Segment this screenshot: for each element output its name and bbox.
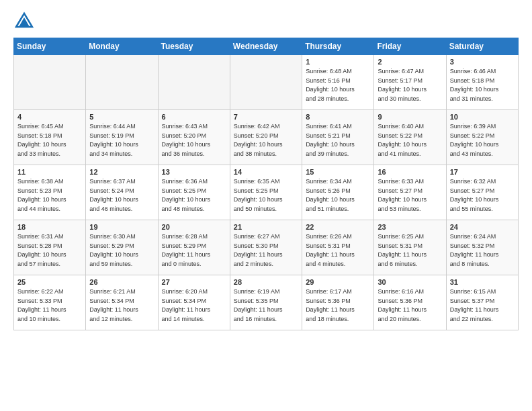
table-row: 2Sunrise: 6:47 AM Sunset: 5:17 PM Daylig… — [374, 55, 446, 110]
table-row: 10Sunrise: 6:39 AM Sunset: 5:22 PM Dayli… — [446, 110, 518, 165]
day-number: 1 — [306, 58, 370, 66]
col-saturday: Saturday — [446, 38, 518, 55]
col-tuesday: Tuesday — [158, 38, 230, 55]
col-friday: Friday — [374, 38, 446, 55]
table-row — [14, 55, 86, 110]
day-number: 26 — [89, 278, 154, 286]
day-number: 28 — [234, 278, 298, 286]
day-info: Sunrise: 6:32 AM Sunset: 5:27 PM Dayligh… — [450, 177, 515, 214]
table-row: 5Sunrise: 6:44 AM Sunset: 5:19 PM Daylig… — [86, 110, 158, 165]
table-row: 15Sunrise: 6:34 AM Sunset: 5:26 PM Dayli… — [302, 165, 374, 220]
day-number: 27 — [162, 278, 226, 286]
day-info: Sunrise: 6:27 AM Sunset: 5:30 PM Dayligh… — [234, 232, 298, 269]
table-row: 1Sunrise: 6:48 AM Sunset: 5:16 PM Daylig… — [302, 55, 374, 110]
day-number: 22 — [306, 223, 370, 231]
day-info: Sunrise: 6:26 AM Sunset: 5:31 PM Dayligh… — [306, 232, 370, 269]
table-row: 22Sunrise: 6:26 AM Sunset: 5:31 PM Dayli… — [302, 220, 374, 275]
day-info: Sunrise: 6:25 AM Sunset: 5:31 PM Dayligh… — [378, 232, 442, 269]
calendar-week-row: 18Sunrise: 6:31 AM Sunset: 5:28 PM Dayli… — [14, 220, 519, 275]
table-row: 9Sunrise: 6:40 AM Sunset: 5:22 PM Daylig… — [374, 110, 446, 165]
calendar-header-row: Sunday Monday Tuesday Wednesday Thursday… — [14, 38, 519, 55]
table-row: 21Sunrise: 6:27 AM Sunset: 5:30 PM Dayli… — [230, 220, 302, 275]
day-number: 21 — [234, 223, 298, 231]
day-number: 6 — [162, 113, 226, 121]
table-row: 6Sunrise: 6:43 AM Sunset: 5:20 PM Daylig… — [158, 110, 230, 165]
col-monday: Monday — [86, 38, 158, 55]
logo-icon — [15, 11, 34, 30]
day-number: 20 — [162, 223, 226, 231]
day-info: Sunrise: 6:41 AM Sunset: 5:21 PM Dayligh… — [306, 122, 370, 158]
day-number: 3 — [450, 58, 515, 66]
day-number: 18 — [17, 223, 82, 231]
table-row: 13Sunrise: 6:36 AM Sunset: 5:25 PM Dayli… — [158, 165, 230, 220]
day-number: 4 — [17, 113, 82, 121]
day-info: Sunrise: 6:40 AM Sunset: 5:22 PM Dayligh… — [378, 122, 442, 158]
table-row: 14Sunrise: 6:35 AM Sunset: 5:25 PM Dayli… — [230, 165, 302, 220]
day-info: Sunrise: 6:24 AM Sunset: 5:32 PM Dayligh… — [450, 232, 515, 269]
table-row: 27Sunrise: 6:20 AM Sunset: 5:34 PM Dayli… — [158, 275, 230, 330]
day-info: Sunrise: 6:37 AM Sunset: 5:24 PM Dayligh… — [89, 177, 154, 214]
day-info: Sunrise: 6:48 AM Sunset: 5:16 PM Dayligh… — [306, 67, 370, 103]
table-row: 28Sunrise: 6:19 AM Sunset: 5:35 PM Dayli… — [230, 275, 302, 330]
day-number: 19 — [89, 223, 154, 231]
day-number: 2 — [378, 58, 442, 66]
day-info: Sunrise: 6:47 AM Sunset: 5:17 PM Dayligh… — [378, 67, 442, 103]
calendar-week-row: 11Sunrise: 6:38 AM Sunset: 5:23 PM Dayli… — [14, 165, 519, 220]
col-thursday: Thursday — [302, 38, 374, 55]
day-number: 31 — [450, 278, 515, 286]
day-number: 16 — [378, 168, 442, 176]
day-info: Sunrise: 6:36 AM Sunset: 5:25 PM Dayligh… — [162, 177, 226, 214]
table-row: 29Sunrise: 6:17 AM Sunset: 5:36 PM Dayli… — [302, 275, 374, 330]
day-info: Sunrise: 6:34 AM Sunset: 5:26 PM Dayligh… — [306, 177, 370, 214]
col-sunday: Sunday — [14, 38, 86, 55]
table-row: 24Sunrise: 6:24 AM Sunset: 5:32 PM Dayli… — [446, 220, 518, 275]
table-row — [86, 55, 158, 110]
table-row: 3Sunrise: 6:46 AM Sunset: 5:18 PM Daylig… — [446, 55, 518, 110]
day-number: 11 — [17, 168, 82, 176]
day-info: Sunrise: 6:33 AM Sunset: 5:27 PM Dayligh… — [378, 177, 442, 214]
day-number: 25 — [17, 278, 82, 286]
table-row: 12Sunrise: 6:37 AM Sunset: 5:24 PM Dayli… — [86, 165, 158, 220]
day-info: Sunrise: 6:28 AM Sunset: 5:29 PM Dayligh… — [162, 232, 226, 269]
day-number: 30 — [378, 278, 442, 286]
day-info: Sunrise: 6:16 AM Sunset: 5:36 PM Dayligh… — [378, 287, 442, 324]
day-number: 29 — [306, 278, 370, 286]
table-row: 30Sunrise: 6:16 AM Sunset: 5:36 PM Dayli… — [374, 275, 446, 330]
table-row: 31Sunrise: 6:15 AM Sunset: 5:37 PM Dayli… — [446, 275, 518, 330]
calendar-table: Sunday Monday Tuesday Wednesday Thursday… — [13, 38, 519, 330]
day-number: 14 — [234, 168, 298, 176]
page: Sunday Monday Tuesday Wednesday Thursday… — [0, 0, 532, 411]
day-number: 7 — [234, 113, 298, 121]
day-info: Sunrise: 6:21 AM Sunset: 5:34 PM Dayligh… — [89, 287, 154, 324]
table-row: 17Sunrise: 6:32 AM Sunset: 5:27 PM Dayli… — [446, 165, 518, 220]
day-number: 12 — [89, 168, 154, 176]
day-number: 23 — [378, 223, 442, 231]
day-number: 8 — [306, 113, 370, 121]
table-row: 23Sunrise: 6:25 AM Sunset: 5:31 PM Dayli… — [374, 220, 446, 275]
logo — [13, 11, 34, 32]
day-number: 15 — [306, 168, 370, 176]
day-info: Sunrise: 6:45 AM Sunset: 5:18 PM Dayligh… — [17, 122, 82, 158]
day-number: 13 — [162, 168, 226, 176]
table-row: 18Sunrise: 6:31 AM Sunset: 5:28 PM Dayli… — [14, 220, 86, 275]
day-number: 24 — [450, 223, 515, 231]
calendar-week-row: 4Sunrise: 6:45 AM Sunset: 5:18 PM Daylig… — [14, 110, 519, 165]
table-row: 20Sunrise: 6:28 AM Sunset: 5:29 PM Dayli… — [158, 220, 230, 275]
table-row: 25Sunrise: 6:22 AM Sunset: 5:33 PM Dayli… — [14, 275, 86, 330]
day-info: Sunrise: 6:19 AM Sunset: 5:35 PM Dayligh… — [234, 287, 298, 324]
day-info: Sunrise: 6:43 AM Sunset: 5:20 PM Dayligh… — [162, 122, 226, 158]
day-info: Sunrise: 6:44 AM Sunset: 5:19 PM Dayligh… — [89, 122, 154, 158]
day-info: Sunrise: 6:39 AM Sunset: 5:22 PM Dayligh… — [450, 122, 515, 158]
table-row: 26Sunrise: 6:21 AM Sunset: 5:34 PM Dayli… — [86, 275, 158, 330]
day-info: Sunrise: 6:15 AM Sunset: 5:37 PM Dayligh… — [450, 287, 515, 324]
header — [13, 11, 519, 32]
day-info: Sunrise: 6:22 AM Sunset: 5:33 PM Dayligh… — [17, 287, 82, 324]
day-info: Sunrise: 6:38 AM Sunset: 5:23 PM Dayligh… — [17, 177, 82, 214]
table-row: 7Sunrise: 6:42 AM Sunset: 5:20 PM Daylig… — [230, 110, 302, 165]
day-info: Sunrise: 6:31 AM Sunset: 5:28 PM Dayligh… — [17, 232, 82, 269]
day-info: Sunrise: 6:17 AM Sunset: 5:36 PM Dayligh… — [306, 287, 370, 324]
calendar-week-row: 25Sunrise: 6:22 AM Sunset: 5:33 PM Dayli… — [14, 275, 519, 330]
day-number: 5 — [89, 113, 154, 121]
day-number: 17 — [450, 168, 515, 176]
calendar-week-row: 1Sunrise: 6:48 AM Sunset: 5:16 PM Daylig… — [14, 55, 519, 110]
